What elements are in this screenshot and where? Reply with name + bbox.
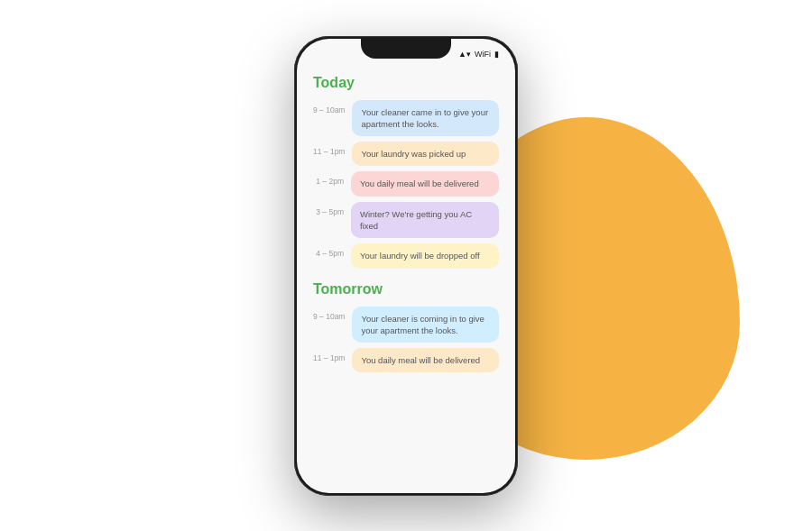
time-label: 11 – 1pm [313, 348, 345, 363]
event-card: Your laundry was picked up [352, 142, 499, 166]
list-item: 9 – 10amYour cleaner came in to give you… [313, 100, 499, 137]
phone-mockup: ▲▾ WiFi ▮ Today9 – 10amYour cleaner came… [294, 36, 518, 496]
time-label: 4 – 5pm [313, 243, 344, 259]
list-item: 9 – 10amYour cleaner is coming in to giv… [313, 307, 499, 343]
event-card: You daily meal will be delivered [351, 171, 499, 196]
time-label: 9 – 10am [313, 100, 345, 115]
event-card: Your cleaner is coming in to give your a… [352, 307, 499, 343]
signal-icon: ▲▾ [458, 50, 471, 59]
list-item: 11 – 1pmYou daily meal will be delivered [313, 348, 499, 372]
event-card: Your laundry will be dropped off [351, 243, 499, 268]
section-title-0: Today [313, 75, 499, 91]
time-label: 11 – 1pm [313, 142, 345, 157]
event-card: Your cleaner came in to give your apartm… [352, 100, 499, 137]
event-card: Winter? We're getting you AC fixed [351, 202, 499, 239]
list-item: 11 – 1pmYour laundry was picked up [313, 142, 499, 166]
schedule-list-1: 9 – 10amYour cleaner is coming in to giv… [313, 307, 499, 373]
status-icons: ▲▾ WiFi ▮ [458, 50, 499, 59]
list-item: 4 – 5pmYour laundry will be dropped off [313, 243, 499, 268]
phone-outer-frame: ▲▾ WiFi ▮ Today9 – 10amYour cleaner came… [294, 36, 518, 496]
screen-content[interactable]: Today9 – 10amYour cleaner came in to giv… [297, 64, 515, 493]
phone-notch [361, 39, 451, 59]
phone-screen: ▲▾ WiFi ▮ Today9 – 10amYour cleaner came… [297, 39, 515, 493]
wifi-icon: WiFi [475, 50, 491, 59]
schedule-list-0: 9 – 10amYour cleaner came in to give you… [313, 100, 499, 269]
event-card: You daily meal will be delivered [352, 348, 499, 372]
time-label: 1 – 2pm [313, 171, 344, 187]
time-label: 3 – 5pm [313, 202, 344, 217]
list-item: 1 – 2pmYou daily meal will be delivered [313, 171, 499, 196]
time-label: 9 – 10am [313, 307, 345, 322]
battery-icon: ▮ [494, 50, 499, 59]
section-title-1: Tomorrow [313, 281, 499, 298]
list-item: 3 – 5pmWinter? We're getting you AC fixe… [313, 202, 499, 239]
